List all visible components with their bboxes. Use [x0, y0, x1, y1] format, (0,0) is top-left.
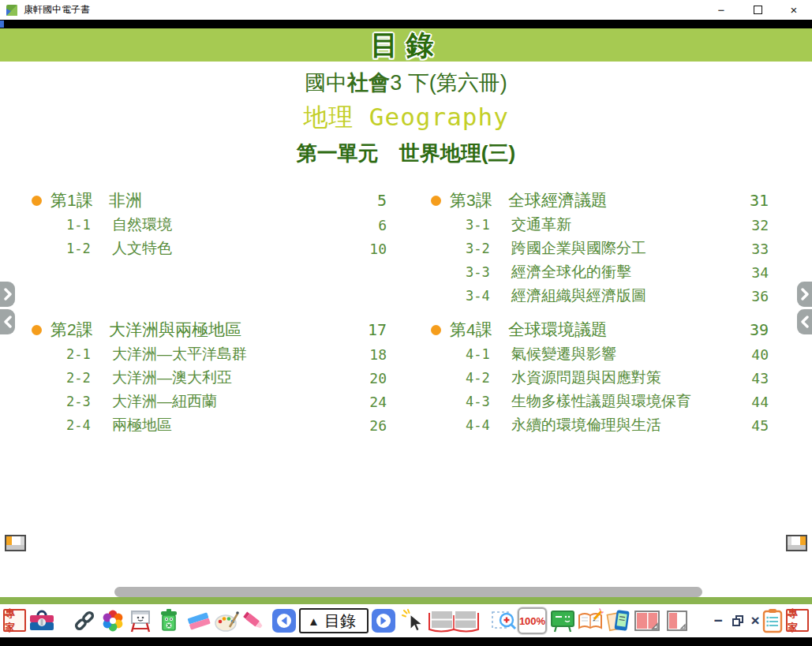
- window-maximize-button[interactable]: [739, 0, 776, 20]
- workbook-button[interactable]: [577, 608, 604, 633]
- clipboard-icon: [762, 608, 783, 633]
- double-page-icon: [634, 609, 660, 633]
- expert-mode-button-left[interactable]: 專家: [3, 609, 26, 632]
- app-logo-icon: [6, 4, 18, 17]
- toolbar-close-button[interactable]: ×: [748, 609, 762, 633]
- magnifier-plus-icon: [491, 608, 518, 633]
- right-edge-next-arrow-button[interactable]: [797, 282, 812, 307]
- page-number: 45: [735, 417, 769, 434]
- window-close-button[interactable]: ×: [776, 0, 812, 20]
- page-number: 32: [735, 217, 769, 233]
- sub-number: 4-2: [466, 370, 511, 386]
- page-corner-gray-strip: [788, 536, 791, 545]
- easel-icon: [128, 608, 153, 633]
- subject-line: 地理 Geography: [0, 101, 812, 134]
- window-titlebar: 康軒國中電子書 − ×: [0, 0, 812, 20]
- single-page-icon: [665, 609, 689, 633]
- toolbar-restore-button[interactable]: [728, 609, 747, 633]
- right-edge-prev-arrow-button[interactable]: [797, 309, 812, 334]
- resources-flower-button[interactable]: [100, 608, 125, 633]
- next-page-button[interactable]: [372, 609, 395, 633]
- sub-title: 氣候變遷與影響: [511, 344, 735, 364]
- bottom-green-strip: [0, 597, 812, 604]
- page-number: 44: [735, 394, 769, 410]
- toc-lesson-row[interactable]: 第3課 全球經濟議題 31: [431, 188, 769, 213]
- toc-sub-row[interactable]: 1-1 自然環境 6: [32, 213, 387, 237]
- toc-sub-row[interactable]: 2-1 大洋洲—太平洋島群 18: [32, 342, 387, 366]
- lesson-title: 非洲: [109, 189, 354, 211]
- bottom-toolbar: 專家: [0, 604, 812, 637]
- zoom-area-button[interactable]: [491, 608, 518, 633]
- easel-button[interactable]: [128, 608, 153, 633]
- cursor-icon: [401, 608, 426, 633]
- toolbox-button[interactable]: [28, 608, 55, 633]
- trash-robot-button[interactable]: [157, 608, 181, 633]
- open-book-icon: [428, 607, 480, 634]
- palette-button[interactable]: [214, 608, 239, 633]
- toc-column-left: 第1課 非洲 5 1-1 自然環境 6 1-2 人文特色 10: [32, 188, 387, 437]
- toolbar-minimize-button[interactable]: −: [710, 609, 726, 633]
- palette-icon: [214, 608, 239, 633]
- toc-sub-row[interactable]: 2-2 大洋洲—澳大利亞 20: [32, 366, 387, 390]
- next-arrow-icon: [373, 611, 394, 631]
- single-page-view-button[interactable]: [665, 609, 689, 633]
- page-corner-left-button[interactable]: [5, 535, 26, 551]
- chevron-left-icon: [800, 316, 810, 328]
- open-book-view-button[interactable]: [428, 607, 480, 634]
- sub-title: 生物多樣性議題與環境保育: [511, 391, 735, 412]
- eraser-button[interactable]: [186, 609, 211, 633]
- page-corner-orange-strip: [6, 536, 12, 545]
- link-button[interactable]: [73, 609, 96, 633]
- link-icon: [73, 609, 96, 633]
- zoom-level-button[interactable]: 100%: [518, 607, 547, 634]
- page-corner-right-button[interactable]: [786, 535, 807, 551]
- toc-sub-row[interactable]: 4-2 水資源問題與因應對策 43: [431, 366, 769, 390]
- sub-title: 人文特色: [112, 238, 354, 259]
- lesson-number: 第2課: [51, 319, 109, 341]
- horizontal-scrollbar[interactable]: [114, 587, 702, 597]
- sub-title: 經濟組織與經濟版圖: [511, 286, 735, 306]
- toc-sub-row[interactable]: 1-2 人文特色 10: [32, 237, 387, 260]
- double-page-view-button[interactable]: [634, 609, 660, 633]
- window-minimize-button[interactable]: −: [703, 0, 739, 20]
- page-number: 31: [735, 191, 769, 210]
- toc-sub-row[interactable]: 4-3 生物多樣性議題與環境保育 44: [431, 390, 769, 413]
- toc-sub-row[interactable]: 2-4 兩極地區 26: [32, 413, 387, 437]
- prev-page-button[interactable]: [272, 609, 296, 633]
- page-selector[interactable]: ▲ 目錄: [299, 608, 369, 633]
- toc-sub-row[interactable]: 4-1 氣候變遷與影響 40: [431, 342, 769, 366]
- toc-lesson-row[interactable]: 第4課 全球環境議題 39: [431, 317, 769, 342]
- toc-sub-row[interactable]: 3-3 經濟全球化的衝擊 34: [431, 260, 769, 284]
- left-edge-prev-arrow-button[interactable]: [0, 309, 15, 334]
- lesson-number: 第3課: [450, 189, 508, 211]
- mobile-device-button[interactable]: [606, 608, 631, 633]
- sub-title: 兩極地區: [112, 415, 354, 435]
- page-number: 5: [354, 191, 387, 210]
- toc-sub-row[interactable]: 2-3 大洋洲—紐西蘭 24: [32, 390, 387, 413]
- toc-sub-row[interactable]: 3-2 跨國企業與國際分工 33: [431, 237, 769, 260]
- chevron-right-icon: [3, 288, 13, 301]
- highlighter-button[interactable]: [242, 609, 266, 633]
- blue-notch: [0, 21, 4, 28]
- left-edge-next-arrow-button[interactable]: [0, 282, 15, 307]
- sub-title: 經濟全球化的衝擊: [511, 262, 735, 282]
- cursor-tool-button[interactable]: [401, 608, 426, 633]
- sub-title: 交通革新: [511, 215, 735, 235]
- notes-clipboard-button[interactable]: [762, 608, 783, 633]
- toc-sub-row[interactable]: 3-4 經濟組織與經濟版圖 36: [431, 284, 769, 308]
- toc-lesson-row[interactable]: 第1課 非洲 5: [32, 188, 387, 213]
- toc-sub-row[interactable]: 4-4 永續的環境倫理與生活 45: [431, 413, 769, 437]
- sub-title: 永續的環境倫理與生活: [511, 415, 735, 435]
- bottom-black-strip: [0, 637, 812, 646]
- toc-sub-row[interactable]: 3-1 交通革新 32: [431, 213, 769, 237]
- lesson-title: 大洋洲與兩極地區: [109, 319, 354, 341]
- page-number: 33: [735, 241, 769, 257]
- toc-lesson-row[interactable]: 第2課 大洋洲與兩極地區 17: [32, 317, 387, 342]
- page-header: 目錄: [0, 28, 812, 62]
- expert-mode-button-right[interactable]: 專家: [786, 609, 809, 632]
- book-title-subject: 社會: [347, 71, 390, 95]
- chevron-right-icon: [800, 288, 810, 301]
- chalkboard-button[interactable]: [550, 610, 575, 633]
- sub-number: 4-4: [466, 417, 511, 433]
- sub-title: 水資源問題與因應對策: [511, 368, 735, 388]
